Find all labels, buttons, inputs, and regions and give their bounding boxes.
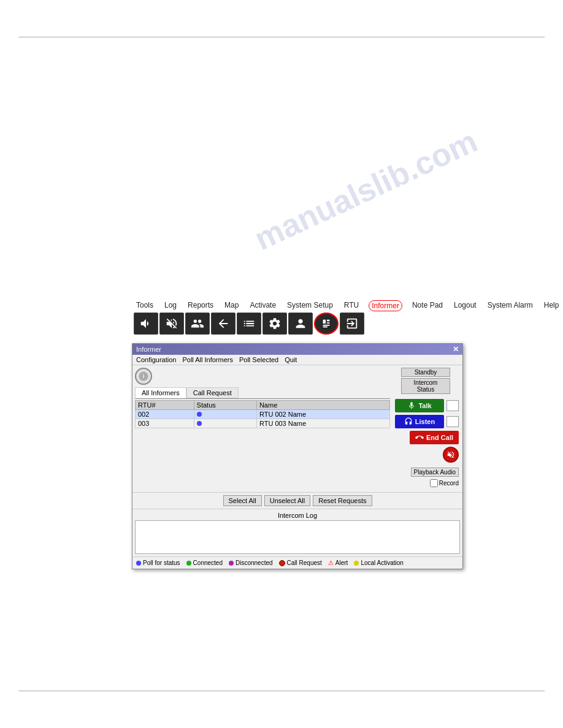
toolbar-speaker-on[interactable]: [134, 313, 158, 335]
bottom-buttons: Select All Unselect All Reset Requests: [132, 492, 462, 509]
tabs-row: All Informers Call Request: [135, 387, 390, 399]
window-content: i All Informers Call Request RTU# Status…: [132, 365, 462, 492]
svg-text:i: i: [143, 373, 145, 379]
listen-label: Listen: [415, 418, 435, 425]
legend: Poll for status Connected Disconnected C…: [132, 556, 462, 569]
mute-button[interactable]: [443, 447, 459, 463]
reset-requests-button[interactable]: Reset Requests: [313, 495, 372, 506]
legend-disconnected-label: Disconnected: [236, 559, 273, 566]
menu-log[interactable]: Log: [163, 300, 178, 311]
informer-window: Informer ✕ Configuration Poll All Inform…: [132, 343, 463, 569]
record-checkbox[interactable]: [430, 479, 438, 487]
legend-local-dot: [354, 561, 359, 566]
menu-system-setup[interactable]: System Setup: [286, 300, 334, 311]
legend-local-label: Local Activation: [361, 559, 404, 566]
legend-call-request-dot: [279, 560, 285, 566]
left-panel: i All Informers Call Request RTU# Status…: [135, 368, 390, 490]
legend-connected-label: Connected: [193, 559, 223, 566]
rtu-name: RTU 003 Name: [256, 419, 389, 428]
talk-input: [446, 400, 459, 411]
svg-rect-5: [323, 327, 327, 328]
menu-informer[interactable]: Informer: [369, 300, 402, 311]
legend-local: Local Activation: [354, 559, 404, 566]
legend-poll-label: Poll for status: [143, 559, 180, 566]
toolbar: [134, 313, 364, 335]
legend-alert-label: Alert: [335, 559, 348, 566]
menu-logout[interactable]: Logout: [453, 300, 478, 311]
talk-row: Talk: [395, 399, 459, 412]
menu-reports[interactable]: Reports: [186, 300, 215, 311]
menu-bar: Tools Log Reports Map Activate System Se…: [135, 300, 560, 311]
svg-rect-1: [323, 320, 326, 324]
table-row[interactable]: 002 RTU 002 Name: [136, 410, 390, 419]
rtu-num: 003: [136, 419, 194, 428]
rtu-status: [194, 410, 256, 419]
svg-rect-2: [327, 320, 330, 322]
legend-alert-icon: ⚠: [328, 559, 334, 566]
legend-call-request: Call Request: [279, 559, 322, 566]
menu-activate[interactable]: Activate: [248, 300, 277, 311]
end-call-button[interactable]: End Call: [410, 431, 459, 444]
window-menu-quit[interactable]: Quit: [285, 356, 297, 363]
bottom-divider: [18, 691, 545, 691]
listen-row: Listen: [395, 415, 459, 428]
window-menu-poll-selected[interactable]: Poll Selected: [239, 356, 278, 363]
legend-poll-dot: [136, 561, 141, 566]
rtu-status: [194, 419, 256, 428]
top-divider: [18, 37, 545, 37]
end-call-label: End Call: [426, 434, 453, 441]
menu-map[interactable]: Map: [223, 300, 240, 311]
col-name: Name: [256, 401, 389, 410]
window-title: Informer: [136, 346, 161, 353]
table-row[interactable]: 003 RTU 003 Name: [136, 419, 390, 428]
rtu-table: RTU# Status Name 002 RTU 002 Name 003 RT: [135, 400, 390, 428]
tab-all-informers[interactable]: All Informers: [135, 387, 186, 398]
unselect-all-button[interactable]: Unselect All: [264, 495, 310, 506]
talk-label: Talk: [418, 402, 431, 409]
playback-audio-button[interactable]: Playback Audio: [411, 468, 459, 477]
watermark: manualslib.com: [249, 123, 483, 257]
informer-logo: i: [135, 368, 152, 385]
legend-connected: Connected: [186, 559, 223, 566]
menu-help[interactable]: Help: [543, 300, 561, 311]
select-all-button[interactable]: Select All: [223, 495, 262, 506]
menu-notepad[interactable]: Note Pad: [411, 300, 444, 311]
window-close-button[interactable]: ✕: [453, 345, 459, 354]
toolbar-informer[interactable]: [314, 313, 339, 335]
window-menu-configuration[interactable]: Configuration: [136, 356, 176, 363]
intercom-status-label: Intercom Status: [401, 378, 450, 394]
toolbar-user[interactable]: [288, 313, 313, 335]
menu-rtu[interactable]: RTU: [343, 300, 360, 311]
listen-button[interactable]: Listen: [395, 415, 444, 428]
toolbar-exit[interactable]: [340, 313, 364, 335]
toolbar-list[interactable]: [237, 313, 261, 335]
talk-button[interactable]: Talk: [395, 399, 444, 412]
record-label: Record: [439, 480, 459, 487]
right-panel: Standby Intercom Status Talk Listen: [393, 368, 460, 490]
intercom-log-label: Intercom Log: [135, 512, 460, 519]
status-labels: Standby Intercom Status: [393, 368, 459, 394]
menu-system-alarm[interactable]: System Alarm: [486, 300, 534, 311]
toolbar-group[interactable]: [185, 313, 210, 335]
legend-poll: Poll for status: [136, 559, 180, 566]
window-menubar: Configuration Poll All Informers Poll Se…: [132, 355, 462, 365]
rtu-name: RTU 002 Name: [256, 410, 389, 419]
tab-call-request[interactable]: Call Request: [186, 387, 239, 398]
end-call-row: End Call: [410, 431, 459, 444]
playback-row: Playback Audio: [411, 468, 459, 477]
toolbar-speaker-off[interactable]: [159, 313, 184, 335]
legend-alert: ⚠ Alert: [328, 559, 348, 566]
menu-tools[interactable]: Tools: [135, 300, 155, 311]
listen-input: [446, 416, 459, 427]
svg-rect-4: [323, 325, 330, 326]
standby-label: Standby: [401, 368, 450, 377]
legend-connected-dot: [186, 561, 191, 566]
window-menu-poll-all[interactable]: Poll All Informers: [182, 356, 233, 363]
legend-call-request-label: Call Request: [287, 559, 322, 566]
intercom-log-section: Intercom Log: [132, 509, 462, 556]
col-rtu: RTU#: [136, 401, 194, 410]
toolbar-settings[interactable]: [262, 313, 287, 335]
col-status: Status: [194, 401, 256, 410]
legend-disconnected: Disconnected: [229, 559, 273, 566]
toolbar-back[interactable]: [211, 313, 236, 335]
